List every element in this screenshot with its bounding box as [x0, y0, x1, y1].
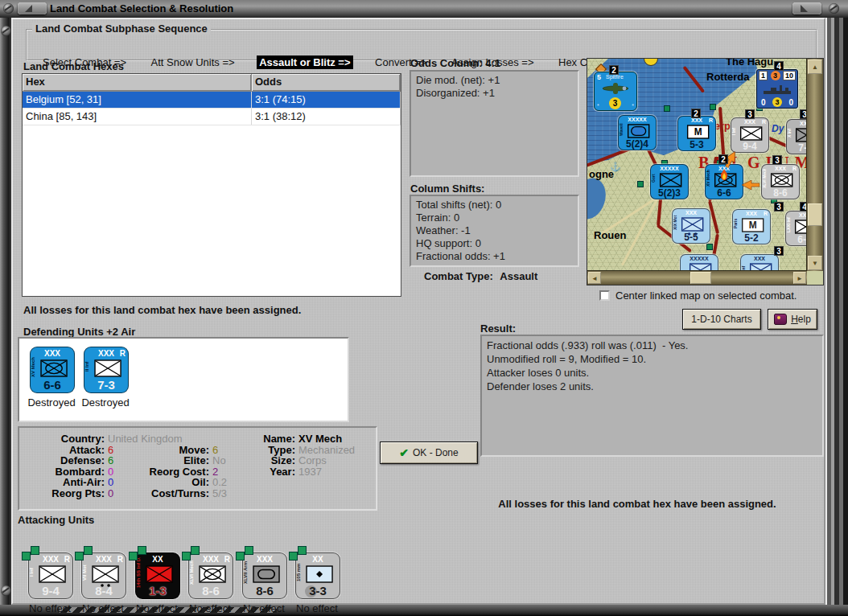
horizontal-scroll-thumb[interactable]: [690, 272, 711, 284]
unit-counter-8-6[interactable]: XLVI MechXXXR8-6: [761, 164, 800, 199]
naval-unit-counter[interactable]: 1310030: [756, 69, 798, 109]
combat-type-value: Assault: [496, 270, 537, 282]
fire-icon: [718, 169, 731, 184]
reorganize-flag: R: [764, 211, 768, 216]
help-button-label: Help: [791, 314, 811, 325]
selection-chip[interactable]: [236, 552, 245, 561]
unit-counter-9-4[interactable]: I InfXXXR9-4: [731, 117, 769, 153]
map-label-rotterda: Rotterda: [706, 71, 749, 83]
air-unit-counter[interactable]: 5Spitfire3**: [594, 72, 637, 111]
charts-button[interactable]: 1-D-10 Charts: [682, 309, 761, 330]
selection-chip[interactable]: [22, 552, 31, 561]
odds-cell: 3:1 (74:15): [252, 92, 401, 108]
reorganize-flag: R: [120, 349, 126, 358]
unit-strength: 3-3: [296, 584, 340, 598]
stack-count-badge: 2: [718, 154, 728, 164]
triangle-icon: [801, 5, 808, 12]
unit-symbol-inf: [39, 565, 66, 585]
unit-strength: 1-3: [136, 584, 179, 598]
selection-chip[interactable]: [75, 552, 84, 561]
result-line: Attacker loses 0 units.: [487, 366, 817, 380]
unit-strength: 5-2: [733, 232, 770, 244]
ok-done-button[interactable]: ✔ OK - Done: [380, 441, 478, 464]
scroll-left-button[interactable]: ◄: [588, 272, 601, 284]
reorganize-flag: R: [762, 119, 766, 125]
stat-label-year: Year:: [255, 466, 295, 478]
unit-id-text: Gort: [651, 169, 657, 188]
stack-count-badge: 3: [774, 202, 784, 211]
combat-hexes-table[interactable]: HexOddsBelgium [52, 31]3:1 (74:15)China …: [22, 73, 401, 297]
unit-status-label: No effect: [183, 602, 237, 614]
unit-counter-8-4[interactable]: VII MotXXXR8-4: [81, 552, 126, 599]
scroll-right-button[interactable]: ►: [793, 272, 806, 284]
subphase-item-2: Att Snow Units =>: [149, 55, 237, 69]
unit-strength: 9-4: [731, 141, 768, 152]
result-line: Unmodified roll = 9, Modified = 10.: [487, 352, 817, 366]
unit-size-text: XXX: [31, 349, 74, 358]
triangle-icon: [25, 5, 32, 12]
title-bar[interactable]: Land Combat Selection & Resolution: [0, 0, 848, 18]
unit-id-text: Paris: [733, 214, 739, 233]
map-vertical-scrollbar[interactable]: ▲ ▼: [806, 59, 823, 271]
selection-chip[interactable]: [245, 546, 253, 555]
selection-chip[interactable]: [31, 546, 39, 555]
unit-counter-6-6[interactable]: XV MechXXX6-6: [30, 347, 75, 393]
unit-counter-5-2[interactable]: ParisXXXRM5-2: [732, 209, 771, 244]
window-corner-button-right[interactable]: [792, 2, 821, 14]
scroll-up-button[interactable]: ▲: [808, 60, 822, 74]
stat-value-reorgpts: 0: [108, 487, 113, 499]
selection-chip[interactable]: [138, 546, 146, 555]
unit-counter-5-5[interactable]: XIX MotXXX5-5: [672, 208, 710, 244]
scroll-down-button[interactable]: ▼: [808, 256, 822, 270]
unit-counter-5(2)3[interactable]: GortXXXXX5(2)3: [650, 164, 689, 199]
combat-type: Combat Type: Assault: [424, 270, 537, 282]
map-label-rouen: Rouen: [594, 229, 626, 241]
charts-button-label: 1-D-10 Charts: [691, 314, 751, 325]
linked-map[interactable]: ⚓ The HaguRotterdaogneRouenAntwerpBELGIU…: [587, 58, 824, 285]
unit-counter-8-6[interactable]: XLVI MechXXXR8-6: [188, 552, 233, 599]
unit-counter-5(2)4[interactable]: WavellXXXXX5(2)4: [618, 115, 657, 150]
combat-hex-row[interactable]: China [85, 143]3:1 (38:12): [23, 109, 401, 125]
selection-chip[interactable]: [129, 552, 138, 561]
unit-strength: 6-6: [31, 378, 74, 392]
selection-chip[interactable]: [289, 552, 298, 561]
odds-column-header: Odds Column: 4:1: [410, 57, 500, 69]
shift-line: Weather: -1: [416, 224, 573, 237]
column-header-hex[interactable]: Hex: [23, 74, 252, 91]
unit-strength: 7-3: [84, 378, 128, 392]
star-decoration: *: [597, 103, 599, 109]
unit-strength: 8-4: [82, 584, 126, 598]
unit-counter-8-6[interactable]: XLVII ArmXXX8-6: [242, 552, 287, 599]
unit-counter-9-4[interactable]: I InfXXXR9-4: [28, 552, 73, 599]
unit-counter-3-3[interactable]: 105 mmXX3-3: [295, 552, 340, 599]
map-horizontal-scrollbar[interactable]: ◄ ►: [587, 270, 807, 285]
column-header-odds[interactable]: Odds: [252, 74, 401, 91]
table-header-row: HexOdds: [23, 74, 401, 92]
unit-strength: 9-4: [29, 584, 72, 598]
center-map-checkbox[interactable]: [599, 290, 610, 301]
center-map-label: Center linked map on selected combat.: [615, 290, 797, 302]
reorganize-flag: R: [709, 117, 713, 123]
window-corner-button[interactable]: [18, 2, 47, 14]
unit-counter-1-3[interactable]: 14th SS Inf D.XX1-3: [135, 552, 180, 599]
shift-line: HQ support: 0: [416, 237, 573, 250]
losses-assigned-message: All losses for this land combat hex have…: [23, 304, 301, 316]
result-line: Defender loses 2 units.: [487, 380, 817, 393]
selection-chip[interactable]: [298, 546, 307, 555]
combat-hex-row[interactable]: Belgium [52, 31]3:1 (74:15): [23, 92, 401, 109]
unit-counter-7-3[interactable]: II InfXXXR7-3: [84, 347, 129, 393]
selection-chip[interactable]: [191, 546, 200, 555]
selection-chip[interactable]: [182, 552, 191, 561]
unit-strength: 8-6: [189, 584, 233, 598]
defending-units-panel: XV MechXXX6-6DestroyedII InfXXXR7-3Destr…: [18, 337, 349, 422]
unit-symbol-arm: [253, 565, 280, 585]
selection-chip[interactable]: [84, 546, 93, 555]
unit-info-panel: Country:United KingdomAttack:6Defense:6B…: [18, 426, 377, 511]
help-button[interactable]: Help: [768, 309, 817, 330]
unit-counter-5-3[interactable]: XXXRM5-3: [677, 116, 716, 151]
unit-status-label: No effect: [237, 602, 290, 614]
window-frame-left: [0, 18, 11, 616]
vertical-scroll-thumb[interactable]: [808, 203, 822, 226]
map-control-dot: [637, 181, 644, 187]
attack-arrow-icon: [742, 180, 759, 192]
